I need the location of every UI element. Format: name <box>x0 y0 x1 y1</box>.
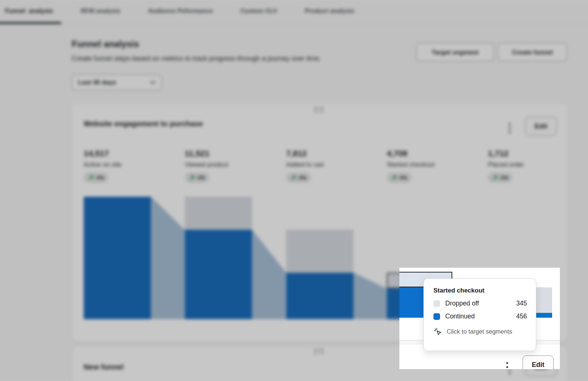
drag-handle-icon[interactable] <box>314 349 323 354</box>
date-range-select[interactable]: Last 30 days <box>72 74 162 90</box>
step-label: Viewed product <box>185 161 281 168</box>
funnel-step-stat: 14,517Active on site#% <box>84 149 180 183</box>
tab-audience-performance[interactable]: Audience Peformance <box>140 0 221 24</box>
drag-handle-icon[interactable] <box>314 107 323 112</box>
continued-segment[interactable] <box>84 197 151 319</box>
step-label: Started checkout <box>387 161 483 168</box>
kebab-menu-icon[interactable] <box>507 122 512 135</box>
step-label: Placed order <box>488 161 584 168</box>
trend-up-icon <box>189 174 195 180</box>
step-label: Added to cart <box>286 161 383 168</box>
step-value: 4,708 <box>387 149 483 158</box>
trend-badge: #% <box>286 172 311 183</box>
dropped-off-swatch <box>433 300 440 307</box>
tooltip-row-value: 345 <box>516 300 527 307</box>
trend-badge-text: #% <box>97 174 104 180</box>
target-segment-button[interactable]: Target segment <box>416 43 494 61</box>
trend-badge-text: #% <box>501 174 508 180</box>
tab-rfm-analysis[interactable]: RFM analysis <box>72 0 128 24</box>
funnel-connector <box>151 197 185 319</box>
tooltip-footer-text: Click to target segments <box>447 328 512 335</box>
trend-up-icon <box>391 174 397 180</box>
chevron-down-icon <box>150 81 155 84</box>
funnel-step-stat: 7,812Added to cart#% <box>286 149 383 183</box>
continued-segment[interactable] <box>286 273 354 319</box>
new-funnel-card-title: New funnel <box>84 363 124 371</box>
tooltip-row-label: Dropped off <box>445 300 511 307</box>
funnel-stats-row: 14,517Active on site#%11,521Viewed produ… <box>72 149 568 190</box>
trend-badge: #% <box>84 172 108 183</box>
tooltip-row-continued: Continued 456 <box>433 313 527 320</box>
trend-up-icon <box>291 174 297 180</box>
tab-product-analysis[interactable]: Product analysis <box>297 0 362 24</box>
funnel-connector <box>354 197 387 319</box>
funnel-bar-2 <box>185 197 252 319</box>
funnel-tooltip: Started checkout Dropped off 345 Continu… <box>423 278 536 351</box>
tab-funnel-analysis[interactable]: Funnel analysis <box>0 0 61 24</box>
funnel-connector <box>252 197 286 319</box>
continued-segment[interactable] <box>185 230 252 320</box>
continued-swatch <box>433 313 440 320</box>
funnel-bar-1 <box>84 197 151 319</box>
funnel-step-stat: 11,521Viewed product#% <box>185 149 281 183</box>
step-value: 11,521 <box>185 149 281 158</box>
edit-funnel-button[interactable]: Edit <box>525 117 557 136</box>
funnel-card-title: Website engagement to purchase <box>84 120 203 128</box>
tab-custom-clv[interactable]: Custom CLV <box>232 0 285 24</box>
tooltip-title: Started checkout <box>433 287 527 294</box>
trend-badge-text: #% <box>399 174 407 180</box>
tooltip-footer: Click to target segments <box>433 327 527 336</box>
tooltip-row-label: Continued <box>445 313 511 320</box>
trend-badge-text: #% <box>299 174 306 180</box>
page-title: Funnel analysis <box>72 39 139 49</box>
screen: Funnel analysis RFM analysis Audience Pe… <box>0 0 588 381</box>
step-value: 14,517 <box>84 149 180 158</box>
dropped-off-segment[interactable] <box>286 230 354 273</box>
trend-up-icon <box>88 174 94 180</box>
trend-badge: #% <box>488 172 513 183</box>
tab-bar: Funnel analysis RFM analysis Audience Pe… <box>0 0 588 24</box>
trend-badge: #% <box>387 172 412 183</box>
trend-badge-text: #% <box>197 174 205 180</box>
page-subtitle: Create funnel steps based on metrics to … <box>72 55 321 63</box>
create-funnel-button[interactable]: Create funnel <box>498 43 567 61</box>
funnel-bar-3 <box>286 230 354 320</box>
tooltip-row-dropped: Dropped off 345 <box>433 300 527 307</box>
trend-up-icon <box>492 174 498 180</box>
step-value: 7,812 <box>286 149 383 158</box>
cursor-click-icon <box>433 327 442 336</box>
tooltip-row-value: 456 <box>516 313 527 320</box>
dropped-off-segment[interactable] <box>185 197 252 230</box>
funnel-step-stat: 4,708Started checkout#% <box>387 149 483 183</box>
step-value: 1,712 <box>488 149 584 158</box>
funnel-step-stat: 1,712Placed order#% <box>488 149 584 183</box>
trend-badge: #% <box>185 172 209 183</box>
step-label: Active on site <box>84 161 180 168</box>
date-range-value: Last 30 days <box>78 78 116 86</box>
